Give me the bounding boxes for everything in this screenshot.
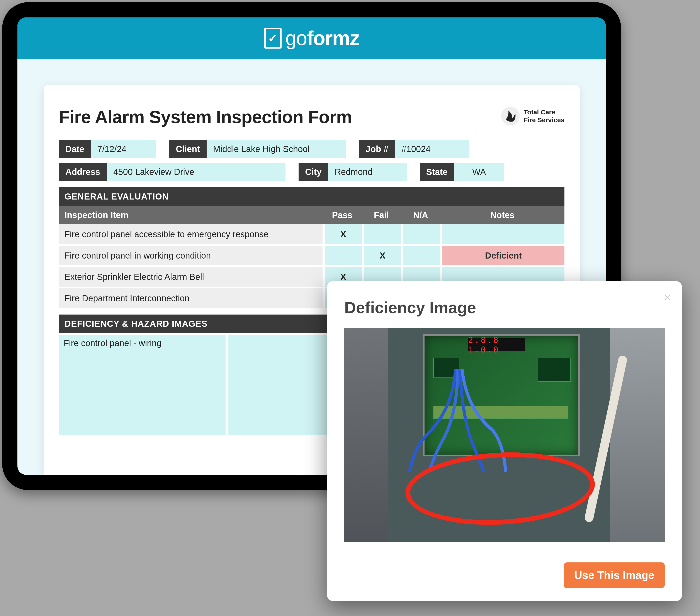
state-field[interactable]: State WA [420, 163, 504, 181]
company-line1: Total Care [524, 108, 564, 116]
row-pass[interactable] [325, 246, 362, 265]
brand-text: goformz [286, 27, 359, 50]
company-badge: Total Care Fire Services [501, 107, 564, 126]
th-notes: Notes [440, 206, 564, 224]
row-na[interactable] [403, 246, 440, 265]
hazard-caption: Fire control panel - wiring [64, 338, 162, 348]
client-label: Client [169, 140, 207, 158]
hazard-cell-1[interactable]: Fire control panel - wiring [59, 335, 226, 435]
led-display: 2.8.8 1.0.0 [468, 338, 525, 351]
th-fail: Fail [362, 206, 401, 224]
brand-prefix: go [286, 27, 307, 49]
deficiency-image-modal: × Deficiency Image 2.8.8 1.0.0 Use This … [327, 281, 682, 601]
address-value[interactable]: 4500 Lakeview Drive [107, 163, 286, 181]
date-value[interactable]: 7/12/24 [91, 140, 156, 158]
row-fail[interactable] [364, 224, 401, 244]
company-name: Total Care Fire Services [524, 108, 564, 124]
field-row-1: Date 7/12/24 Client Middle Lake High Sch… [59, 140, 564, 158]
modal-title: Deficiency Image [344, 298, 665, 317]
state-label: State [420, 163, 454, 181]
cabinet-left [344, 328, 388, 542]
address-label: Address [59, 163, 107, 181]
form-title: Fire Alarm System Inspection Form [59, 107, 352, 127]
brand-logo: goformz [264, 27, 359, 50]
th-pass: Pass [323, 206, 362, 224]
th-na: N/A [401, 206, 440, 224]
job-field[interactable]: Job # #10024 [359, 140, 469, 158]
row-notes-deficient[interactable]: Deficient [442, 246, 564, 265]
row-item: Exterior Sprinkler Electric Alarm Bell [59, 267, 323, 287]
row-item: Fire Department Interconnection [59, 288, 323, 308]
section-general-eval: GENERAL EVALUATION [59, 187, 564, 206]
city-label: City [299, 163, 328, 181]
client-value[interactable]: Middle Lake High School [207, 140, 346, 158]
row-notes[interactable] [442, 224, 564, 244]
brand-suffix: formz [307, 27, 359, 49]
table-header: Inspection Item Pass Fail N/A Notes [59, 206, 564, 224]
job-label: Job # [359, 140, 395, 158]
close-icon[interactable]: × [664, 290, 671, 305]
row-na[interactable] [403, 224, 440, 244]
brand-icon [264, 28, 282, 49]
city-value[interactable]: Redmond [328, 163, 407, 181]
table-row: Fire control panel accessible to emergen… [59, 224, 564, 244]
deficiency-image[interactable]: 2.8.8 1.0.0 [344, 328, 665, 542]
modal-footer: Use This Image [344, 553, 665, 588]
row-pass[interactable]: X [325, 224, 362, 244]
company-line2: Fire Services [524, 116, 564, 124]
row-item: Fire control panel accessible to emergen… [59, 224, 323, 244]
state-value[interactable]: WA [454, 163, 504, 181]
address-field[interactable]: Address 4500 Lakeview Drive [59, 163, 286, 181]
form-header: Fire Alarm System Inspection Form Total … [59, 107, 564, 127]
client-field[interactable]: Client Middle Lake High School [169, 140, 346, 158]
city-field[interactable]: City Redmond [299, 163, 407, 181]
use-this-image-button[interactable]: Use This Image [564, 562, 665, 588]
chip-icon [538, 358, 571, 382]
date-field[interactable]: Date 7/12/24 [59, 140, 156, 158]
th-inspection-item: Inspection Item [59, 206, 323, 224]
flame-icon [501, 107, 520, 126]
date-label: Date [59, 140, 91, 158]
job-value[interactable]: #10024 [395, 140, 469, 158]
app-header: goformz [17, 17, 606, 59]
row-fail[interactable]: X [364, 246, 401, 265]
field-row-2: Address 4500 Lakeview Drive City Redmond… [59, 163, 564, 181]
row-item: Fire control panel in working condition [59, 246, 323, 265]
table-row: Fire control panel in working condition … [59, 246, 564, 265]
